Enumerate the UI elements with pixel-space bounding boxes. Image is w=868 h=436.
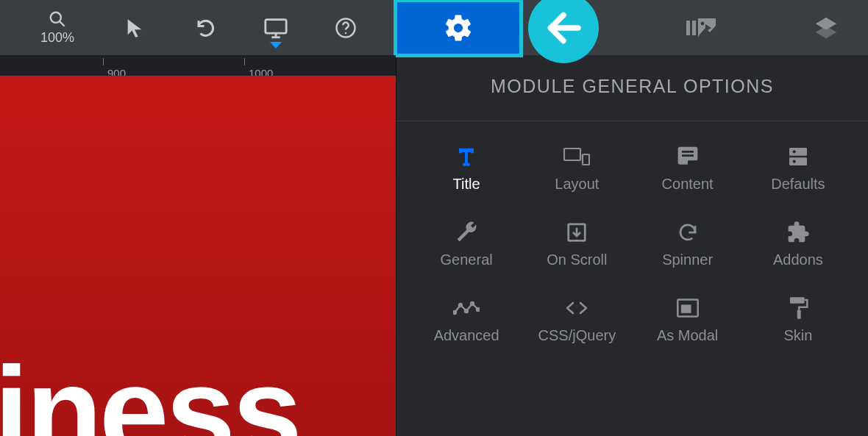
svg-rect-18: [789, 148, 807, 156]
download-icon: [566, 218, 588, 247]
svg-point-26: [465, 310, 468, 312]
timeline-icon: [453, 293, 480, 323]
slider-canvas[interactable]: iness: [0, 76, 396, 436]
content-icon: [676, 142, 700, 171]
option-spinner[interactable]: Spinner: [633, 218, 743, 268]
layout-icon: [563, 142, 590, 171]
option-label: Title: [453, 176, 480, 193]
chevron-down-icon: [270, 42, 282, 49]
option-layout[interactable]: Layout: [522, 142, 632, 193]
svg-rect-10: [692, 21, 696, 35]
svg-rect-31: [790, 297, 805, 304]
option-content[interactable]: Content: [633, 142, 743, 193]
canvas-pane: 900 1000 iness: [0, 55, 396, 436]
options-panel: MODULE GENERAL OPTIONS Title Layout: [396, 55, 868, 436]
svg-marker-15: [816, 26, 836, 38]
back-button[interactable]: [528, 0, 599, 63]
layers-tool[interactable]: [814, 15, 839, 40]
option-cssjquery[interactable]: CSS/jQuery: [522, 293, 632, 344]
gear-icon: [443, 12, 474, 43]
option-label: As Modal: [657, 327, 718, 344]
svg-point-13: [701, 21, 705, 25]
defaults-icon: [786, 142, 810, 171]
svg-point-25: [459, 304, 462, 307]
svg-point-24: [453, 311, 456, 314]
modal-icon: [676, 293, 700, 323]
wrench-icon: [455, 218, 478, 247]
option-advanced[interactable]: Advanced: [411, 293, 522, 344]
help-tool[interactable]: [335, 17, 357, 39]
svg-rect-32: [797, 310, 801, 318]
option-label: CSS/jQuery: [538, 327, 616, 344]
option-addons[interactable]: Addons: [743, 218, 853, 268]
preview-tool[interactable]: [263, 17, 288, 39]
option-label: Defaults: [771, 176, 825, 193]
undo-tool[interactable]: [195, 17, 217, 39]
option-onscroll[interactable]: On Scroll: [522, 218, 632, 268]
magnifier-icon: [48, 10, 67, 29]
monitor-icon: [263, 17, 288, 39]
option-label: Layout: [555, 176, 599, 193]
svg-rect-20: [789, 157, 807, 165]
svg-point-19: [792, 150, 795, 153]
svg-rect-9: [686, 21, 690, 35]
roller-icon: [788, 293, 808, 323]
cursor-icon: [124, 18, 145, 38]
undo-icon: [195, 17, 217, 39]
svg-marker-5: [270, 42, 282, 49]
settings-button[interactable]: [394, 0, 523, 57]
option-label: Addons: [773, 251, 823, 268]
puzzle-icon: [786, 218, 810, 247]
svg-point-28: [477, 308, 480, 311]
svg-point-7: [345, 32, 347, 34]
help-icon: [335, 17, 357, 39]
svg-point-21: [792, 160, 795, 163]
svg-rect-16: [564, 149, 580, 160]
svg-line-1: [60, 21, 65, 26]
slideshow-icon: [686, 17, 716, 39]
slides-tool[interactable]: [686, 17, 716, 39]
svg-rect-2: [266, 19, 286, 32]
zoom-tool[interactable]: 100%: [40, 10, 74, 46]
code-icon: [564, 293, 589, 323]
sync-icon: [677, 218, 699, 247]
svg-point-0: [51, 12, 61, 23]
option-label: Skin: [783, 327, 812, 344]
text-icon: [455, 142, 478, 171]
zoom-level-label: 100%: [40, 30, 74, 46]
option-defaults[interactable]: Defaults: [743, 142, 853, 193]
option-skin[interactable]: Skin: [743, 293, 853, 344]
panel-title: MODULE GENERAL OPTIONS: [396, 76, 868, 121]
option-label: General: [441, 251, 493, 268]
svg-rect-17: [583, 154, 589, 165]
options-grid: Title Layout Content: [396, 142, 868, 344]
top-toolbar: 100%: [0, 0, 868, 55]
svg-point-27: [471, 302, 474, 305]
option-title[interactable]: Title: [411, 142, 522, 193]
ruler: 900 1000: [0, 55, 396, 76]
option-general[interactable]: General: [411, 218, 522, 268]
option-label: Advanced: [434, 327, 499, 344]
layers-icon: [814, 15, 839, 40]
slide-text: iness: [0, 339, 299, 436]
option-asmodal[interactable]: As Modal: [633, 293, 743, 344]
select-tool[interactable]: [124, 18, 145, 38]
svg-rect-30: [680, 304, 691, 312]
option-label: Content: [662, 176, 714, 193]
option-label: On Scroll: [547, 251, 607, 268]
option-label: Spinner: [662, 251, 713, 268]
arrow-left-icon: [541, 6, 586, 50]
